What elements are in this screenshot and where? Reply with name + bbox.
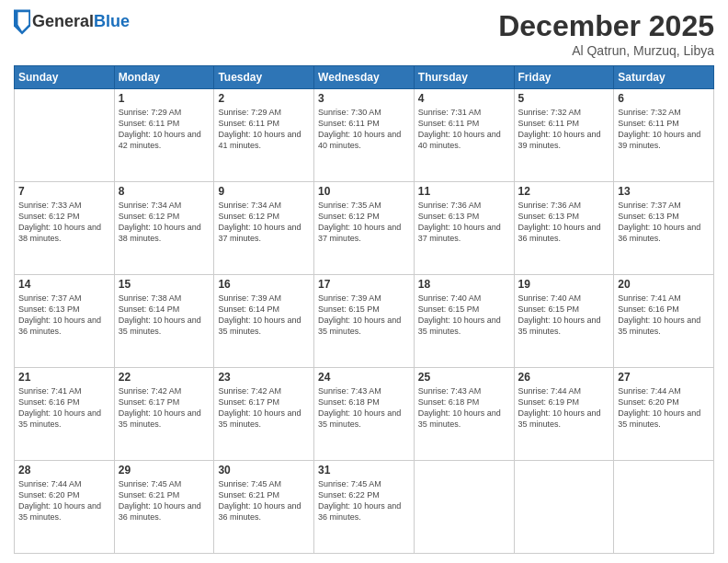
header-tuesday: Tuesday bbox=[214, 66, 314, 89]
calendar-row-4: 21 Sunrise: 7:41 AM Sunset: 6:16 PM Dayl… bbox=[15, 368, 714, 461]
header-sunday: Sunday bbox=[15, 66, 115, 89]
day-27: 27 Sunrise: 7:44 AM Sunset: 6:20 PM Dayl… bbox=[614, 368, 714, 461]
day-23: 23 Sunrise: 7:42 AM Sunset: 6:17 PM Dayl… bbox=[214, 368, 314, 461]
day-empty-3 bbox=[514, 461, 614, 554]
day-17: 17 Sunrise: 7:39 AM Sunset: 6:15 PM Dayl… bbox=[314, 275, 415, 368]
day-19: 19 Sunrise: 7:40 AM Sunset: 6:15 PM Dayl… bbox=[514, 275, 614, 368]
day-4: 4 Sunrise: 7:31 AM Sunset: 6:11 PM Dayli… bbox=[414, 89, 514, 182]
header-thursday: Thursday bbox=[414, 66, 514, 89]
header-friday: Friday bbox=[514, 66, 614, 89]
logo-area: GeneralBlue bbox=[14, 9, 130, 35]
month-title: December 2025 bbox=[498, 9, 714, 43]
page: GeneralBlue December 2025 Al Qatrun, Mur… bbox=[0, 0, 728, 563]
day-8: 8 Sunrise: 7:34 AM Sunset: 6:12 PM Dayli… bbox=[114, 182, 214, 275]
calendar: Sunday Monday Tuesday Wednesday Thursday… bbox=[14, 65, 714, 554]
day-13: 13 Sunrise: 7:37 AM Sunset: 6:13 PM Dayl… bbox=[614, 182, 714, 275]
day-30: 30 Sunrise: 7:45 AM Sunset: 6:21 PM Dayl… bbox=[214, 461, 314, 554]
day-16: 16 Sunrise: 7:39 AM Sunset: 6:14 PM Dayl… bbox=[214, 275, 314, 368]
day-28: 28 Sunrise: 7:44 AM Sunset: 6:20 PM Dayl… bbox=[15, 461, 115, 554]
header-wednesday: Wednesday bbox=[314, 66, 415, 89]
day-21: 21 Sunrise: 7:41 AM Sunset: 6:16 PM Dayl… bbox=[15, 368, 115, 461]
day-empty-1 bbox=[15, 89, 115, 182]
calendar-row-1: 1 Sunrise: 7:29 AM Sunset: 6:11 PM Dayli… bbox=[15, 89, 714, 182]
day-24: 24 Sunrise: 7:43 AM Sunset: 6:18 PM Dayl… bbox=[314, 368, 415, 461]
day-26: 26 Sunrise: 7:44 AM Sunset: 6:19 PM Dayl… bbox=[514, 368, 614, 461]
calendar-row-2: 7 Sunrise: 7:33 AM Sunset: 6:12 PM Dayli… bbox=[15, 182, 714, 275]
day-14: 14 Sunrise: 7:37 AM Sunset: 6:13 PM Dayl… bbox=[15, 275, 115, 368]
location: Al Qatrun, Murzuq, Libya bbox=[498, 43, 714, 58]
calendar-row-3: 14 Sunrise: 7:37 AM Sunset: 6:13 PM Dayl… bbox=[15, 275, 714, 368]
day-15: 15 Sunrise: 7:38 AM Sunset: 6:14 PM Dayl… bbox=[114, 275, 214, 368]
logo-text: GeneralBlue bbox=[32, 13, 130, 31]
header-saturday: Saturday bbox=[614, 66, 714, 89]
day-10: 10 Sunrise: 7:35 AM Sunset: 6:12 PM Dayl… bbox=[314, 182, 415, 275]
logo-icon bbox=[14, 9, 30, 35]
header-monday: Monday bbox=[114, 66, 214, 89]
day-29: 29 Sunrise: 7:45 AM Sunset: 6:21 PM Dayl… bbox=[114, 461, 214, 554]
calendar-row-5: 28 Sunrise: 7:44 AM Sunset: 6:20 PM Dayl… bbox=[15, 461, 714, 554]
weekday-header-row: Sunday Monday Tuesday Wednesday Thursday… bbox=[15, 66, 714, 89]
day-22: 22 Sunrise: 7:42 AM Sunset: 6:17 PM Dayl… bbox=[114, 368, 214, 461]
day-6: 6 Sunrise: 7:32 AM Sunset: 6:11 PM Dayli… bbox=[614, 89, 714, 182]
day-7: 7 Sunrise: 7:33 AM Sunset: 6:12 PM Dayli… bbox=[15, 182, 115, 275]
day-31: 31 Sunrise: 7:45 AM Sunset: 6:22 PM Dayl… bbox=[314, 461, 415, 554]
day-11: 11 Sunrise: 7:36 AM Sunset: 6:13 PM Dayl… bbox=[414, 182, 514, 275]
day-empty-2 bbox=[414, 461, 514, 554]
title-area: December 2025 Al Qatrun, Murzuq, Libya bbox=[498, 9, 714, 58]
day-20: 20 Sunrise: 7:41 AM Sunset: 6:16 PM Dayl… bbox=[614, 275, 714, 368]
day-18: 18 Sunrise: 7:40 AM Sunset: 6:15 PM Dayl… bbox=[414, 275, 514, 368]
header: GeneralBlue December 2025 Al Qatrun, Mur… bbox=[14, 9, 714, 58]
day-1: 1 Sunrise: 7:29 AM Sunset: 6:11 PM Dayli… bbox=[114, 89, 214, 182]
day-9: 9 Sunrise: 7:34 AM Sunset: 6:12 PM Dayli… bbox=[214, 182, 314, 275]
day-2: 2 Sunrise: 7:29 AM Sunset: 6:11 PM Dayli… bbox=[214, 89, 314, 182]
day-25: 25 Sunrise: 7:43 AM Sunset: 6:18 PM Dayl… bbox=[414, 368, 514, 461]
day-empty-4 bbox=[614, 461, 714, 554]
day-12: 12 Sunrise: 7:36 AM Sunset: 6:13 PM Dayl… bbox=[514, 182, 614, 275]
day-5: 5 Sunrise: 7:32 AM Sunset: 6:11 PM Dayli… bbox=[514, 89, 614, 182]
day-3: 3 Sunrise: 7:30 AM Sunset: 6:11 PM Dayli… bbox=[314, 89, 415, 182]
